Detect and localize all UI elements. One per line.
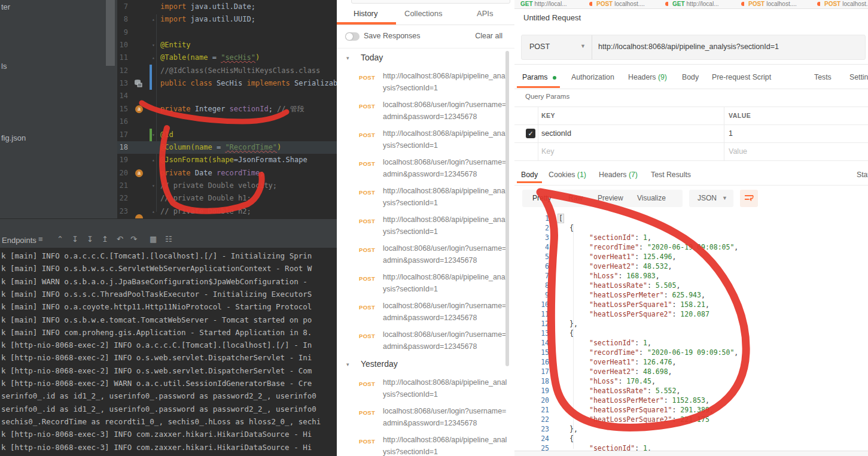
fold-marker-icon[interactable]: ▾ [152, 129, 155, 141]
code-line[interactable]: 18 @Column(name = "RecordTime") [117, 141, 337, 154]
response-tab-test-results[interactable]: Test Results [651, 171, 691, 179]
param-checkbox[interactable]: ✓ [526, 129, 535, 138]
request-tab-params[interactable]: Params [522, 73, 547, 81]
history-item[interactable]: POSThttp://localhost:8068/api/pipeline_a… [337, 184, 514, 213]
history-item[interactable]: POSTlocalhost:8068/user/login?username=a… [337, 299, 514, 328]
fold-marker-icon[interactable]: ▴ [152, 154, 155, 166]
clear-all-button[interactable]: Clear all [475, 32, 502, 40]
history-item[interactable]: POSThttp://localhost:8068/api/pipeline_a… [337, 433, 514, 456]
project-scrollbar[interactable] [106, 0, 115, 66]
code-line[interactable]: 9 [117, 26, 337, 39]
history-item[interactable]: POSThttp://localhost:8068/api/pipeline_a… [337, 213, 514, 242]
fold-marker-icon[interactable]: ▾ [152, 180, 155, 192]
code-line[interactable]: 7import java.util.Date; [117, 1, 337, 13]
param-value-placeholder[interactable]: Value [729, 147, 747, 156]
project-item[interactable]: fig.json [1, 133, 26, 142]
filter-input[interactable] [351, 0, 510, 4]
tab-collections[interactable]: Collections [404, 9, 443, 18]
fold-marker-icon[interactable]: ▾ [152, 39, 155, 51]
settings-list-icon[interactable]: ☷ [165, 235, 172, 244]
code-editor[interactable]: 7import java.util.Date;8▴import java.uti… [117, 0, 337, 218]
history-group-header[interactable]: ▾Yesterday [337, 359, 514, 376]
request-tab-tests[interactable]: Tests [814, 73, 832, 81]
code-line[interactable]: 16 [117, 115, 337, 128]
code-line[interactable]: 8▴import java.util.UUID; [117, 13, 337, 26]
history-item[interactable]: POSTlocalhost:8068/user/login?username=a… [337, 156, 514, 184]
wrap-lines-button[interactable] [740, 190, 758, 207]
request-title[interactable]: Untitled Request [523, 13, 581, 22]
view-raw[interactable]: Raw [568, 194, 583, 202]
method-dropdown[interactable]: POST ▼ [522, 35, 592, 59]
project-item[interactable]: ls [1, 62, 7, 71]
param-key-cell[interactable]: sectionId [541, 129, 571, 138]
code-line[interactable]: 20a private Date recordTime; [117, 167, 337, 180]
history-group-header[interactable]: ▾Today [337, 53, 514, 69]
jpa-id-attribute-icon[interactable]: a [135, 169, 143, 177]
request-tab-authorization[interactable]: Authorization [571, 73, 614, 81]
fold-marker-icon[interactable]: ▴ [152, 205, 155, 218]
collapse-arrow-icon[interactable]: ▾ [346, 55, 349, 61]
param-value-cell[interactable]: 1 [729, 129, 733, 138]
json-line-number: 19 [514, 386, 549, 396]
endpoints-tool-label[interactable]: Endpoints [2, 236, 36, 245]
line-number: 9 [117, 26, 128, 39]
history-item[interactable]: POSTlocalhost:8068/user/login?username=a… [337, 405, 514, 433]
open-request-tab[interactable]: POSTlocalhost.... [820, 0, 868, 8]
fold-marker-icon[interactable]: ▴ [152, 51, 155, 64]
open-request-tab[interactable]: GEThttp://local... [516, 0, 597, 8]
table-view-icon[interactable]: ▦ [150, 235, 157, 244]
collapse-arrow-icon[interactable]: ▾ [346, 361, 349, 367]
scroll-up-icon[interactable]: ↥ [102, 235, 108, 244]
view-pretty[interactable]: Pretty [532, 194, 551, 202]
soft-wrap-icon[interactable]: ⌃ [57, 235, 63, 244]
code-line[interactable]: 22// private Double h1; [117, 192, 337, 205]
console-log-output[interactable]: k [main] INFO o.a.c.c.C.[Tomcat].[localh… [0, 248, 337, 456]
scroll-down-icon[interactable]: ↧ [87, 235, 93, 244]
tab-apis[interactable]: APIs [477, 9, 493, 18]
open-request-tab[interactable]: GEThttp://local... [668, 0, 749, 8]
code-line[interactable]: 11▴@Table(name = "secHis") [117, 51, 337, 64]
code-line[interactable]: 14 [117, 90, 337, 102]
history-item[interactable]: POSTlocalhost:8068/user/login?username=a… [337, 98, 514, 127]
history-item[interactable]: POSThttp://localhost:8068/api/pipeline_a… [337, 270, 514, 299]
format-dropdown[interactable]: JSON ▼ [689, 190, 733, 207]
code-line[interactable]: 17▾ @Id [117, 129, 337, 141]
history-item[interactable]: POSThttp://localhost:8068/api/pipeline_a… [337, 69, 514, 98]
code-line[interactable]: 15a private Integer sectionId; // 管段 [117, 103, 337, 115]
undo-icon[interactable]: ↶ [117, 235, 123, 244]
project-item[interactable]: ter [1, 2, 10, 11]
response-tab-body[interactable]: Body [521, 171, 538, 179]
response-tab-headers[interactable]: Headers (7) [599, 171, 638, 179]
history-item[interactable]: POSThttp://localhost:8068/api/pipeline_a… [337, 376, 514, 405]
tab-history[interactable]: History [354, 9, 377, 18]
menu-icon[interactable]: ≡ [38, 235, 43, 244]
scroll-down-icon[interactable]: ↧ [72, 235, 78, 244]
response-body[interactable]: 1[2{3"sectionId": 1,4"recordTime": "2020… [514, 212, 868, 451]
code-line[interactable]: 23▴// private Double h2; [117, 205, 337, 218]
jpa-attribute-icon[interactable]: a [135, 105, 143, 113]
code-line[interactable]: 21▾// private Double velocity; [117, 180, 337, 192]
history-scrollbar[interactable] [505, 51, 509, 366]
redo-icon[interactable]: ↷ [130, 235, 137, 244]
url-input[interactable]: http://localhost:8068/api/pipeline_analy… [598, 42, 779, 51]
code-line[interactable]: 10▾@Entity [117, 39, 337, 51]
fold-marker-icon[interactable]: ▴ [152, 13, 155, 26]
response-tab-cookies[interactable]: Cookies (1) [549, 171, 586, 179]
code-line[interactable]: 19▴ @JsonFormat(shape=JsonFormat.Shape [117, 154, 337, 166]
save-responses-toggle[interactable] [345, 32, 360, 41]
request-tab-headers[interactable]: Headers (9) [628, 73, 667, 81]
open-request-tab[interactable]: POSTlocalhost.... [592, 0, 673, 8]
history-item[interactable]: POSTlocalhost:8068/user/login?username=a… [337, 242, 514, 270]
code-line[interactable]: 13public class SecHis implements Seriali… [117, 77, 337, 90]
request-tab-body[interactable]: Body [682, 73, 699, 81]
history-item[interactable]: POSTlocalhost:8068/user/login?username=a… [337, 328, 514, 357]
request-tab-pre-request-script[interactable]: Pre-request Script [712, 73, 771, 81]
history-item[interactable]: POSThttp://localhost:8068/api/pipeline_a… [337, 127, 514, 156]
open-request-tab[interactable]: POSTlocalhost.... [744, 0, 825, 8]
request-tab-settings[interactable]: Settings [849, 73, 868, 81]
param-key-placeholder[interactable]: Key [541, 147, 555, 156]
view-visualize[interactable]: Visualize [637, 194, 666, 202]
view-preview[interactable]: Preview [598, 194, 623, 202]
tab-url-label: localhost.... [842, 1, 868, 7]
code-line[interactable]: 12//@IdClass(SecHisMultiKeysClass.class [117, 65, 337, 77]
